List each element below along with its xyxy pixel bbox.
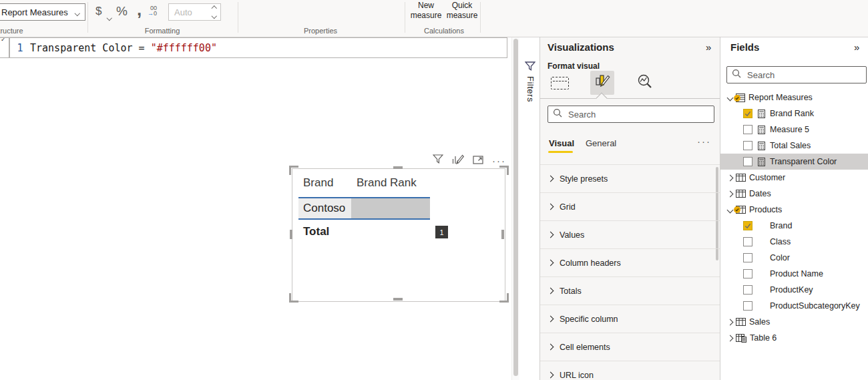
collapse-pane-icon[interactable]: » [706,41,711,53]
visual-edit-icon[interactable] [452,154,464,167]
field-group-label: Customer [749,173,785,182]
field-item-total-sales[interactable]: Total Sales [720,138,868,154]
table-row[interactable]: Contoso [298,197,430,220]
chevron-right-icon[interactable] [724,192,735,196]
checkbox[interactable] [743,141,752,150]
comma-format-icon[interactable]: , [137,0,142,20]
visual-options-toolbar: ··· [433,154,506,167]
chevron-down-icon[interactable] [107,10,112,22]
format-section-label: Specific column [560,315,618,324]
selection-handle-bottom-right[interactable] [499,293,509,303]
format-section-cell-elements[interactable]: Cell elements [540,333,720,361]
field-item-brand-rank[interactable]: Brand Rank [720,106,868,122]
selection-handle-bottom[interactable] [393,298,403,301]
checkbox[interactable] [743,221,752,230]
field-item-dates[interactable]: Dates [720,186,868,202]
new-measure-button[interactable]: New measure [408,1,444,21]
chevron-right-icon[interactable] [724,336,735,341]
measure-selector-dropdown[interactable]: Report Measures [0,3,85,21]
format-section-grid[interactable]: Grid [540,193,720,221]
checkbox[interactable] [743,269,752,278]
auto-format-value: Auto [169,7,212,17]
table-calc-icon [736,334,746,343]
selection-handle-top-left[interactable] [289,166,298,175]
brand-rank-cell-selected[interactable] [351,198,430,218]
measure-icon [758,126,766,134]
fields-search-input[interactable] [746,69,866,81]
format-section-specific-column[interactable]: Specific column [540,305,720,333]
selection-handle-right[interactable] [501,230,504,239]
chevron-right-icon [548,204,554,210]
filters-pane-collapsed[interactable]: Filters [519,37,541,380]
field-item-productsubcategorykey[interactable]: ProductSubcategoryKey [720,298,868,314]
visual-more-options-button[interactable]: ··· [492,155,506,166]
measure-selector-value: Report Measures [0,7,75,17]
quick-measure-button[interactable]: Quick measure [443,1,481,21]
field-item-transparent-color[interactable]: Transparent Color [720,154,868,170]
field-item-customer[interactable]: Customer [720,170,868,186]
field-item-color[interactable]: Color [720,250,868,266]
table-visual[interactable]: Brand Brand Rank Contoso Total 1 [292,168,505,302]
field-item-products[interactable]: Products [720,202,868,218]
chevron-right-icon[interactable] [724,320,735,325]
format-visual-button[interactable] [590,71,614,95]
analytics-button[interactable] [633,71,657,95]
format-section-column-headers[interactable]: Column headers [540,249,720,277]
field-item-brand[interactable]: Brand [720,218,868,234]
format-more-options-button[interactable]: ··· [697,136,711,147]
format-search-box[interactable] [548,106,714,123]
field-item-table-6[interactable]: Table 6 [720,330,868,346]
checkbox[interactable] [743,285,752,295]
decimal-places-icon[interactable]: 00 →0 [148,5,157,16]
field-label: Product Name [770,269,823,278]
field-item-sales[interactable]: Sales [720,314,868,330]
format-section-values[interactable]: Values [540,221,720,249]
tab-general[interactable]: General [586,138,616,148]
filter-funnel-icon [525,61,535,74]
format-section-style-presets[interactable]: Style presets [540,165,720,193]
column-header-brand-rank[interactable]: Brand Rank [357,176,417,190]
chevron-right-icon[interactable] [724,176,735,180]
selection-handle-left[interactable] [290,230,292,239]
column-header-brand[interactable]: Brand [303,176,333,190]
format-section-url-icon[interactable]: URL icon [540,361,720,380]
canvas-vertical-scrollbar[interactable] [511,37,519,380]
dax-formula-bar[interactable]: 1 Transparent Color = "#ffffff00" [9,37,507,58]
table-icon [736,318,746,326]
format-section-totals[interactable]: Totals [540,277,720,305]
selection-handle-bottom-left[interactable] [289,293,298,303]
build-visual-button[interactable] [548,71,572,95]
checkbox[interactable] [743,237,752,246]
checkbox[interactable] [743,125,752,134]
currency-format-icon[interactable]: $ [95,5,101,18]
chevron-right-icon [548,288,554,295]
field-item-productkey[interactable]: ProductKey [720,282,868,298]
visual-focus-mode-icon[interactable] [473,155,483,167]
field-label: Class [770,237,791,246]
scrollbar-thumb[interactable] [513,39,518,376]
selection-handle-top[interactable] [393,166,403,169]
fields-search-box[interactable] [726,66,867,83]
checkbox[interactable] [743,301,752,311]
field-item-report-measures[interactable]: Report Measures [720,89,868,106]
field-item-measure-5[interactable]: Measure 5 [720,122,868,138]
collapse-pane-icon[interactable]: » [854,41,859,53]
checkbox[interactable] [743,253,752,262]
search-icon [732,69,741,81]
percent-format-icon[interactable]: % [116,4,128,19]
spinner-arrows-icon[interactable] [212,7,221,17]
field-item-product-name[interactable]: Product Name [720,266,868,282]
format-search-input[interactable] [567,109,714,120]
tab-visual[interactable]: Visual [549,138,574,148]
field-label: Total Sales [770,141,811,150]
visual-filter-icon[interactable] [433,154,443,167]
checkbox[interactable] [743,109,752,118]
selection-handle-top-right[interactable] [499,166,509,175]
auto-format-spinner[interactable]: Auto [168,3,221,21]
field-group-label: Products [749,205,782,214]
formula-commit-button[interactable]: ✓ [0,37,9,58]
brand-cell[interactable]: Contoso [298,198,351,218]
search-icon [553,108,562,120]
field-item-class[interactable]: Class [720,234,868,250]
checkbox[interactable] [743,157,752,166]
